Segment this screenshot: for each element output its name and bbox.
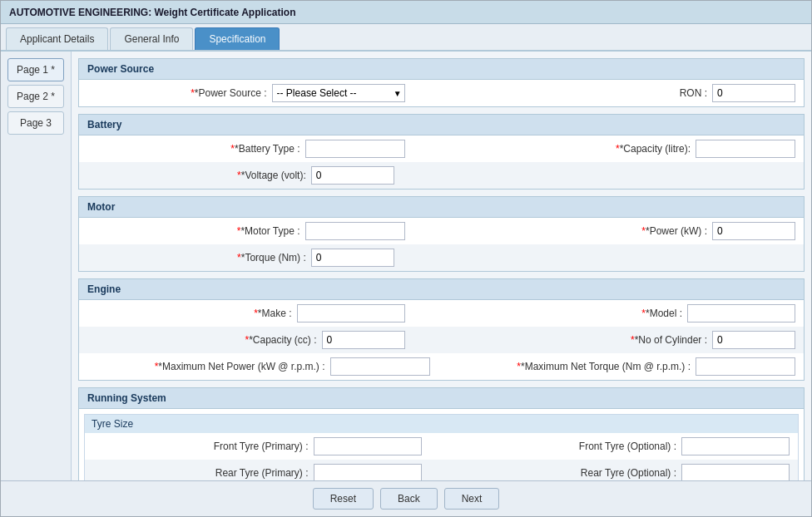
form-area: Power Source **Power Source : -- Please … — [72, 52, 811, 480]
engine-make-model-row: **Make : **Model : — [79, 300, 804, 327]
no-cylinder-input[interactable] — [712, 331, 795, 349]
power-source-row: **Power Source : -- Please Select -- ▼ R… — [79, 80, 804, 106]
torque-input[interactable] — [311, 249, 394, 267]
power-source-select[interactable]: -- Please Select -- — [272, 84, 405, 102]
motor-section: Motor **Motor Type : **Power (kW) : — [78, 196, 805, 272]
max-net-power-label: **Maximum Net Power (kW @ r.p.m.) : — [155, 361, 325, 372]
motor-header: Motor — [79, 197, 804, 218]
power-source-section: Power Source **Power Source : -- Please … — [78, 58, 805, 107]
motor-type-input[interactable] — [305, 222, 405, 240]
torque-label: **Torque (Nm) : — [237, 252, 306, 263]
rear-tyre-primary-label: Rear Tyre (Primary) : — [215, 467, 309, 479]
running-system-header: Running System — [79, 388, 804, 409]
page-1-button[interactable]: Page 1 * — [7, 58, 64, 81]
no-cylinder-label: **No of Cylinder : — [631, 334, 707, 346]
motor-type-row: **Motor Type : **Power (kW) : — [79, 218, 804, 244]
voltage-input[interactable] — [311, 166, 394, 185]
front-tyre-optional-input[interactable] — [681, 437, 790, 455]
battery-type-label: **Battery Type : — [230, 143, 300, 155]
front-tyre-primary-input[interactable] — [314, 437, 422, 455]
tab-specification[interactable]: Specification — [195, 27, 280, 50]
motor-type-label: **Motor Type : — [234, 225, 300, 237]
capacity-litre-label: **Capacity (litre): — [616, 143, 691, 155]
back-button[interactable]: Back — [380, 488, 438, 510]
make-label: **Make : — [225, 308, 292, 319]
tab-general-info[interactable]: General Info — [110, 27, 193, 50]
max-net-torque-input[interactable] — [696, 357, 795, 376]
rear-tyre-primary-input[interactable] — [314, 464, 422, 480]
page-navigation: Page 1 * Page 2 * Page 3 — [1, 52, 72, 480]
max-net-torque-label: **Maximum Net Torque (Nm @ r.p.m.) : — [517, 361, 691, 372]
tyre-size-subsection: Tyre Size Front Tyre (Primary) : Front T… — [84, 414, 799, 480]
battery-type-row: **Battery Type : **Capacity (litre): — [79, 135, 804, 162]
capacity-litre-input[interactable] — [696, 140, 795, 158]
power-source-select-wrapper: -- Please Select -- ▼ — [272, 84, 405, 102]
rear-tyre-optional-input[interactable] — [681, 464, 790, 480]
make-input[interactable] — [297, 304, 405, 323]
tyre-size-header: Tyre Size — [85, 415, 798, 433]
reset-button[interactable]: Reset — [313, 488, 374, 510]
rear-tyre-row: Rear Tyre (Primary) : Rear Tyre (Optiona… — [85, 460, 798, 480]
power-kw-label: **Power (kW) : — [641, 225, 707, 237]
tyre-size-container: Tyre Size Front Tyre (Primary) : Front T… — [84, 414, 799, 480]
capacity-cylinder-row: **Capacity (cc) : **No of Cylinder : — [79, 327, 804, 353]
front-tyre-optional-label: Front Tyre (Optional) : — [579, 441, 676, 452]
next-button[interactable]: Next — [444, 488, 500, 510]
app-title: AUTOMOTIVE ENGINEERING: Weight Certifica… — [9, 7, 295, 18]
model-label: **Model : — [616, 308, 682, 319]
max-net-power-input[interactable] — [330, 357, 430, 376]
ron-input[interactable] — [712, 84, 795, 102]
front-tyre-primary-label: Front Tyre (Primary) : — [214, 441, 309, 452]
power-source-header: Power Source — [79, 59, 804, 80]
capacity-cc-label: **Capacity (cc) : — [245, 334, 317, 346]
power-kw-input[interactable] — [712, 222, 795, 240]
model-input[interactable] — [687, 304, 795, 323]
capacity-cc-input[interactable] — [322, 331, 405, 349]
footer: Reset Back Next — [1, 480, 811, 516]
ron-label: RON : — [641, 87, 707, 99]
page-2-button[interactable]: Page 2 * — [7, 85, 64, 108]
page-3-button[interactable]: Page 3 — [7, 111, 64, 135]
front-tyre-row: Front Tyre (Primary) : Front Tyre (Optio… — [85, 433, 798, 460]
engine-section: Engine **Make : **Model : — [78, 278, 805, 381]
tab-bar: Applicant Details General Info Specifica… — [1, 24, 811, 52]
battery-section: Battery **Battery Type : **Capacity (lit… — [78, 114, 805, 190]
power-source-label: **Power Source : — [191, 87, 266, 99]
running-system-section: Running System Tyre Size Front Tyre (Pri… — [78, 387, 805, 480]
tab-applicant-details[interactable]: Applicant Details — [6, 27, 108, 50]
engine-header: Engine — [79, 279, 804, 300]
voltage-label: **Voltage (volt): — [237, 170, 306, 181]
max-power-torque-row: **Maximum Net Power (kW @ r.p.m.) : **Ma… — [79, 353, 804, 380]
battery-header: Battery — [79, 115, 804, 135]
battery-type-input[interactable] — [305, 140, 405, 158]
rear-tyre-optional-label: Rear Tyre (Optional) : — [581, 467, 676, 479]
voltage-row: **Voltage (volt): — [79, 162, 804, 189]
title-bar: AUTOMOTIVE ENGINEERING: Weight Certifica… — [1, 1, 811, 24]
torque-row: **Torque (Nm) : — [79, 244, 804, 271]
